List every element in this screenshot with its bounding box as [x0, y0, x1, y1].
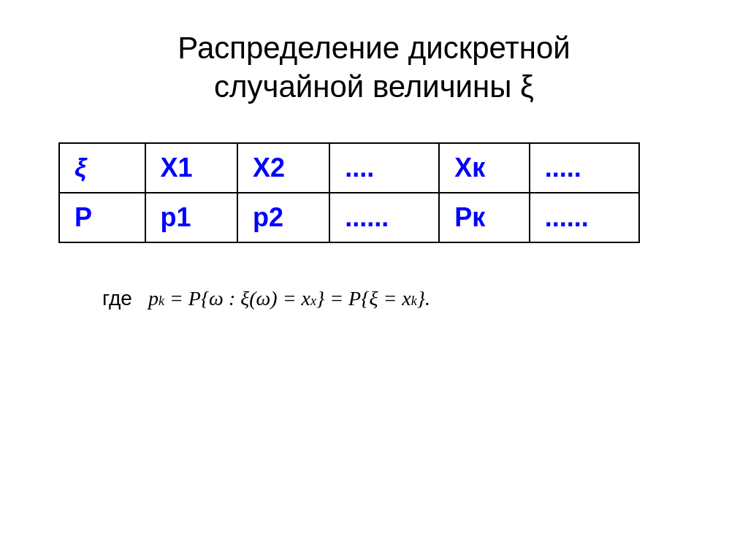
table-row-header: ξ X1 X2 .... Xк .....	[59, 143, 639, 193]
title-line2: случайной величины ξ	[214, 69, 534, 104]
table-cell-x1: X1	[145, 143, 237, 193]
table-cell-xk: Xк	[439, 143, 529, 193]
table-cell-dots4: ......	[530, 193, 639, 242]
page-title: Распределение дискретной случайной велич…	[178, 29, 570, 106]
table-cell-dots2: .....	[530, 143, 639, 193]
table-cell-p: P	[59, 193, 145, 242]
formula-where-label: где	[102, 287, 132, 310]
formula-expression: pk = P{ω : ξ(ω) = xx} = P{ξ = xk}.	[143, 287, 430, 310]
formula-container: где pk = P{ω : ξ(ω) = xx} = P{ξ = xk}.	[44, 287, 704, 310]
distribution-table-container: ξ X1 X2 .... Xк ..... P p1 p2 ...... Pк …	[44, 142, 704, 243]
title-line1: Распределение дискретной	[178, 31, 570, 65]
table-cell-p1: p1	[145, 193, 237, 242]
table-cell-x2: X2	[237, 143, 329, 193]
table-cell-xi: ξ	[59, 143, 145, 193]
table-cell-dots1: ....	[329, 143, 439, 193]
table-cell-p2: p2	[237, 193, 329, 242]
page-container: Распределение дискретной случайной велич…	[0, 0, 748, 560]
distribution-table: ξ X1 X2 .... Xк ..... P p1 p2 ...... Pк …	[58, 142, 640, 243]
table-cell-pk: Pк	[439, 193, 529, 242]
table-cell-dots3: ......	[329, 193, 439, 242]
table-row-probability: P p1 p2 ...... Pк ......	[59, 193, 639, 242]
